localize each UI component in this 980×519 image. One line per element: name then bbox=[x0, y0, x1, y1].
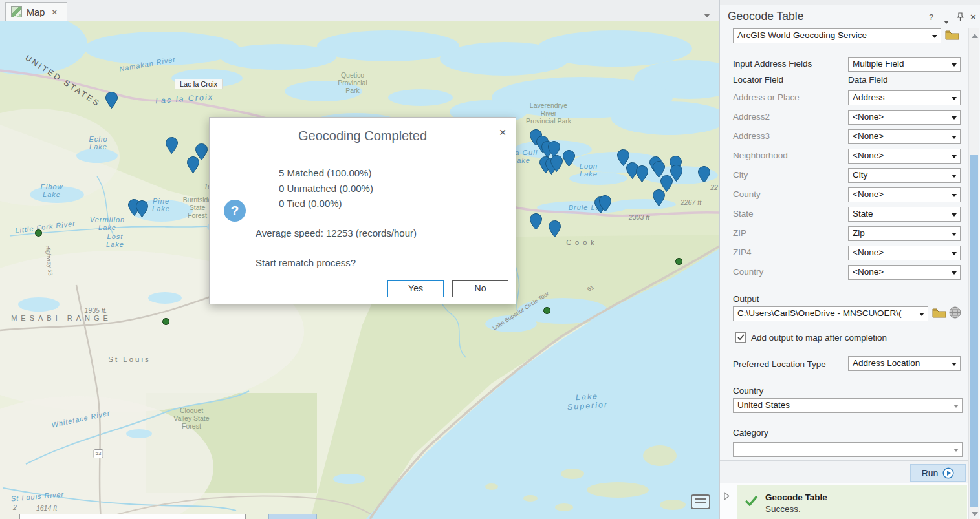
success-message[interactable]: Geocode Table Success. bbox=[737, 485, 967, 519]
output-path-select[interactable]: C:\Users\CarlS\OneDrive - MNSCU\OER\( bbox=[733, 306, 928, 321]
match-statistics: 5 Matched (100.00%) 0 Unmatched (0.00%) … bbox=[279, 165, 373, 211]
attribution-icon[interactable] bbox=[691, 494, 710, 509]
input-address-fields-label: Input Address Fields bbox=[733, 59, 812, 69]
map-pin[interactable] bbox=[166, 137, 178, 154]
browse-folder-icon[interactable] bbox=[932, 308, 946, 321]
yes-button[interactable]: Yes bbox=[387, 280, 444, 297]
field-row: CityCity bbox=[720, 168, 980, 187]
field-row: Address2<None> bbox=[720, 110, 980, 129]
help-icon[interactable]: ? bbox=[929, 12, 933, 22]
field-row-select[interactable]: Address bbox=[848, 90, 961, 105]
field-row-select[interactable]: Zip bbox=[848, 226, 961, 241]
dialog-title: Geocoding Completed bbox=[210, 129, 516, 143]
run-button[interactable]: Run bbox=[910, 464, 966, 482]
field-row-label: Country bbox=[733, 267, 763, 277]
address-field-mapping-rows: Address or PlaceAddressAddress2<None>Add… bbox=[720, 90, 980, 284]
scroll-up-icon[interactable] bbox=[972, 34, 978, 38]
map-pin[interactable] bbox=[563, 150, 575, 167]
field-row-label: County bbox=[733, 189, 761, 199]
tied-line: 0 Tied (0.00%) bbox=[279, 196, 373, 211]
close-icon[interactable]: ✕ bbox=[499, 127, 506, 138]
expander-icon[interactable] bbox=[724, 491, 730, 503]
field-row-select[interactable]: <None> bbox=[848, 187, 961, 202]
locator-select[interactable]: ArcGIS World Geocoding Service bbox=[733, 28, 941, 43]
geocoded-point-dot[interactable] bbox=[162, 318, 169, 325]
chevron-down-icon[interactable] bbox=[704, 8, 710, 20]
field-row-label: Address2 bbox=[733, 112, 770, 122]
geocoded-point-dot[interactable] bbox=[675, 258, 682, 265]
map-pin[interactable] bbox=[187, 156, 199, 173]
add-output-row: Add output to map after completion bbox=[735, 332, 887, 343]
data-field-header: Data Field bbox=[848, 75, 888, 85]
matched-line: 5 Matched (100.00%) bbox=[279, 165, 373, 181]
output-label: Output bbox=[733, 294, 759, 304]
field-row: ZIPZip bbox=[720, 226, 980, 246]
average-speed-text: Average speed: 12253 (records/hour) bbox=[256, 228, 417, 238]
map-pin[interactable] bbox=[698, 166, 710, 183]
field-row-select[interactable]: <None> bbox=[848, 246, 961, 260]
scale-bar-segment bbox=[268, 514, 317, 519]
panel-scrollbar[interactable] bbox=[968, 28, 979, 519]
view-tab-bar: Map ✕ bbox=[0, 0, 719, 21]
map-pin[interactable] bbox=[136, 200, 148, 217]
field-row: Address or PlaceAddress bbox=[720, 90, 980, 110]
rematch-question-text: Start rematch process? bbox=[256, 257, 356, 268]
geocode-table-panel: Geocode Table ? ✕ ArcGIS World Geocoding… bbox=[719, 0, 980, 519]
field-row-label: Address or Place bbox=[733, 92, 800, 102]
checkmark-icon bbox=[745, 495, 758, 509]
field-row: Country<None> bbox=[720, 265, 980, 284]
result-title: Geocode Table bbox=[765, 493, 827, 502]
scroll-down-icon[interactable] bbox=[972, 512, 978, 516]
field-row-label: City bbox=[733, 170, 748, 180]
locator-field-header: Locator Field bbox=[733, 75, 783, 85]
pin-icon[interactable] bbox=[957, 12, 964, 23]
no-button[interactable]: No bbox=[452, 280, 508, 297]
map-pin[interactable] bbox=[530, 213, 542, 230]
country-select[interactable]: United States bbox=[733, 398, 963, 413]
category-label: Category bbox=[733, 428, 768, 438]
geocoding-completed-dialog: Geocoding Completed ✕ 5 Matched (100.00%… bbox=[209, 117, 516, 304]
field-row-select[interactable]: <None> bbox=[848, 129, 961, 144]
folder-icon[interactable] bbox=[945, 30, 959, 43]
map-pin[interactable] bbox=[653, 189, 665, 206]
arcgis-pro-window: Map ✕ bbox=[0, 0, 980, 519]
result-status: Success. bbox=[765, 504, 801, 514]
geocoded-point-dot[interactable] bbox=[543, 307, 550, 314]
field-row-select[interactable]: State bbox=[848, 207, 961, 222]
output-path-value: C:\Users\CarlS\OneDrive - MNSCU\OER\( bbox=[737, 308, 902, 318]
locator-value: ArcGIS World Geocoding Service bbox=[737, 30, 867, 40]
question-icon: ? bbox=[224, 200, 246, 222]
field-row-label: ZIP bbox=[733, 228, 746, 238]
field-row-select[interactable]: <None> bbox=[848, 265, 961, 280]
field-row-select[interactable]: <None> bbox=[848, 110, 961, 125]
map-pin[interactable] bbox=[636, 165, 648, 182]
category-select[interactable] bbox=[733, 442, 963, 457]
close-icon[interactable]: ✕ bbox=[970, 12, 977, 22]
preferred-location-select[interactable]: Address Location bbox=[848, 356, 961, 371]
field-row-label: State bbox=[733, 209, 754, 218]
field-row: ZIP4<None> bbox=[720, 246, 980, 265]
map-pin[interactable] bbox=[105, 92, 118, 109]
field-row-select[interactable]: City bbox=[848, 168, 961, 183]
preferred-location-label: Preferred Location Type bbox=[733, 359, 826, 369]
input-address-fields-select[interactable]: Multiple Field bbox=[848, 57, 961, 72]
field-row-select[interactable]: <None> bbox=[848, 149, 961, 164]
add-output-checkbox[interactable] bbox=[735, 332, 746, 343]
scrollbar-thumb[interactable] bbox=[970, 155, 978, 507]
chevron-down-icon[interactable] bbox=[944, 16, 949, 26]
run-row: Run bbox=[720, 460, 968, 483]
field-row-label: Neighborhood bbox=[733, 151, 788, 160]
map-pin[interactable] bbox=[550, 155, 563, 172]
close-icon[interactable]: ✕ bbox=[51, 8, 58, 17]
map-pin[interactable] bbox=[549, 220, 561, 237]
scale-bar bbox=[19, 514, 246, 519]
field-row: StateState bbox=[720, 207, 980, 226]
unmatched-line: 0 Unmatched (0.00%) bbox=[279, 181, 373, 196]
globe-icon[interactable] bbox=[949, 306, 961, 321]
field-row: Address3<None> bbox=[720, 129, 980, 149]
field-row-label: ZIP4 bbox=[733, 248, 752, 257]
map-view-tab[interactable]: Map ✕ bbox=[5, 2, 67, 21]
map-pin[interactable] bbox=[599, 195, 611, 212]
field-row: County<None> bbox=[720, 187, 980, 207]
geocoded-point-dot[interactable] bbox=[35, 229, 42, 237]
